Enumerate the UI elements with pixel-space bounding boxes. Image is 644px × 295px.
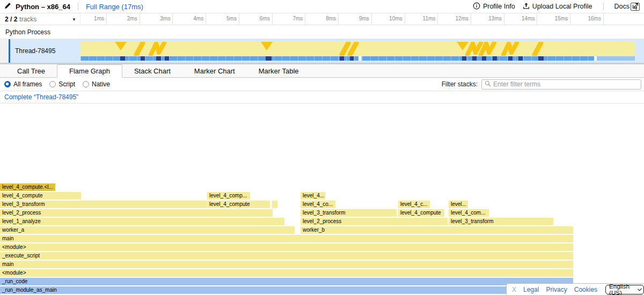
footer-legal-link[interactable]: Legal — [523, 286, 539, 293]
flame-block-level_3_transform[interactable]: level_3_transform — [301, 209, 397, 217]
footer-privacy-link[interactable]: Privacy — [546, 286, 567, 293]
filter-row: All framesScriptNative Filter stacks: — [0, 78, 644, 91]
thread-track-row[interactable]: Thread-78495 — [0, 39, 644, 63]
sample-dense-segment — [266, 56, 272, 61]
flame-block-level_2_process[interactable]: level_2_process — [0, 209, 273, 217]
radio-label: Script — [58, 80, 75, 88]
sample-dense-segment — [538, 56, 544, 61]
language-select[interactable]: English (US) — [605, 285, 644, 294]
header-left: Python – x86_64 Full Range (17ms) — [0, 2, 143, 11]
flame-block-level[interactable]: level... — [449, 201, 468, 208]
radio-icon — [83, 81, 89, 87]
sample-dense-segment — [120, 56, 125, 61]
ruler-tick-label: 15ms — [555, 16, 568, 21]
ruler-tick-label: 7ms — [292, 16, 303, 21]
upload-label: Upload Local Profile — [532, 3, 592, 10]
process-track-row[interactable]: Python Process — [0, 25, 644, 39]
flame-row: _execute_script — [0, 252, 644, 260]
flame-block-level_4_co[interactable]: level_4_co... — [301, 201, 335, 208]
tab-flame-graph[interactable]: Flame Graph — [57, 64, 122, 78]
flame-block-level_3_transform[interactable]: level_3_transform — [449, 218, 553, 225]
tracks-dropdown-caret[interactable]: ▼ — [72, 17, 76, 22]
flame-block-main[interactable]: main — [0, 261, 573, 268]
tab-stack-chart[interactable]: Stack Chart — [122, 64, 182, 77]
sample-dense-segment — [508, 56, 513, 61]
flame-block-main[interactable]: main — [0, 235, 573, 242]
flame-block-level_4_comp[interactable]: level_4_comp... — [207, 192, 250, 200]
profile-info-button[interactable]: Profile Info — [473, 2, 515, 11]
flame-block-level_4_com[interactable]: level_4_com... — [449, 209, 489, 217]
radio-label: Native — [92, 80, 110, 88]
ruler-tick-label: 2ms — [127, 16, 137, 21]
flame-block-_run_module_as_main[interactable]: _run_module_as_main — [0, 286, 573, 294]
flame-block-level_4[interactable]: level_4... — [301, 192, 325, 200]
panel-tabbar: Call TreeFlame GraphStack ChartMarker Ch… — [0, 64, 644, 78]
upload-profile-button[interactable]: Upload Local Profile — [523, 2, 592, 11]
tab-marker-chart[interactable]: Marker Chart — [182, 64, 247, 77]
sample-dense-segment — [141, 56, 145, 61]
flame-block-worker_a[interactable]: worker_a — [0, 226, 295, 234]
full-range-button[interactable]: Full Range (17ms) — [86, 3, 143, 11]
upload-icon — [523, 2, 530, 11]
flame-block[interactable] — [272, 201, 277, 208]
breadcrumb-complete-thread[interactable]: Complete “Thread-78495” — [4, 93, 78, 101]
tab-call-tree[interactable]: Call Tree — [5, 64, 57, 77]
thread-track-label: Thread-78495 — [15, 39, 55, 63]
ruler-tick-label: 5ms — [226, 16, 237, 21]
frame-filter-radios: All framesScriptNative — [0, 80, 110, 88]
top-header: Python – x86_64 Full Range (17ms) Profil… — [0, 0, 644, 13]
profile-info-label: Profile Info — [483, 3, 515, 10]
flame-block-_execute_script[interactable]: _execute_script — [0, 252, 573, 260]
flame-block-module[interactable]: <module> — [0, 244, 573, 251]
flame-row: main — [0, 261, 644, 268]
radio-script[interactable]: Script — [49, 80, 75, 88]
filter-search-box[interactable] — [481, 79, 641, 90]
flame-block-level_4_c[interactable]: level_4_c... — [398, 201, 430, 208]
edit-pencil-icon[interactable] — [4, 2, 11, 11]
flame-row: main — [0, 235, 644, 242]
flame-block-level_3_transform[interactable]: level_3_transform — [0, 201, 207, 208]
flame-block-level_4_compute[interactable]: level_4_compute — [207, 201, 270, 208]
ruler-tick-label: 14ms — [522, 16, 535, 21]
footer-cookies-link[interactable]: Cookies — [574, 286, 597, 293]
radio-native[interactable]: Native — [83, 80, 110, 88]
ruler-tick-label: 13ms — [488, 16, 501, 21]
ruler-tick-label: 8ms — [326, 16, 336, 21]
flame-row: <module> — [0, 244, 644, 251]
flame-block-_run_code[interactable]: _run_code — [0, 278, 573, 285]
flame-row: <module> — [0, 269, 644, 277]
flame-row: worker_aworker_b — [0, 226, 644, 234]
sidebar-toggle-icon[interactable] — [631, 3, 640, 11]
flame-block-level_4_compute[interactable]: level_4_compute — [0, 192, 81, 200]
tracks-count-word: tracks — [19, 16, 36, 23]
divider — [603, 3, 604, 10]
flame-block-level_4_compute[interactable]: level_4_compute — [398, 209, 444, 217]
process-track-label: Python Process — [5, 28, 50, 36]
tab-marker-table[interactable]: Marker Table — [247, 64, 311, 77]
flame-row: level_1_analyzelevel_2_processlevel_3_tr… — [0, 218, 644, 225]
flame-graph-canvas[interactable]: level_4_compute.<l...level_4_computeleve… — [0, 104, 644, 295]
thread-samples-strip[interactable] — [80, 56, 635, 61]
radio-icon — [49, 81, 56, 87]
thread-activity-graph[interactable] — [80, 42, 635, 56]
flame-block-level_4_computel[interactable]: level_4_compute.<l... — [0, 183, 55, 191]
filter-search-input[interactable] — [493, 80, 638, 88]
footer-close-button[interactable]: X — [512, 286, 516, 293]
ruler-tick-label: 16ms — [588, 16, 601, 21]
flame-block-level_1_analyze[interactable]: level_1_analyze — [0, 218, 284, 225]
flame-block-worker_b[interactable]: worker_b — [301, 226, 573, 234]
activity-spikes — [80, 42, 635, 56]
sample-dense-segment — [156, 56, 161, 61]
radio-all-frames[interactable]: All frames — [4, 80, 42, 88]
ruler-tick-label: 11ms — [423, 16, 436, 21]
profiler-app: Python – x86_64 Full Range (17ms) Profil… — [0, 0, 644, 295]
ruler-tick-label: 6ms — [260, 16, 270, 21]
info-icon — [473, 2, 480, 11]
thread-selected-accent — [9, 39, 10, 63]
flame-block-level_2_process[interactable]: level_2_process — [301, 218, 448, 225]
flame-block-module[interactable]: <module> — [0, 269, 573, 277]
timeline-ruler: 1ms2ms3ms4ms5ms6ms7ms8ms9ms10ms11ms12ms1… — [0, 13, 644, 25]
timeline-ruler-row: 1ms2ms3ms4ms5ms6ms7ms8ms9ms10ms11ms12ms1… — [0, 13, 644, 25]
breadcrumb-row: Complete “Thread-78495” — [0, 91, 644, 104]
ruler-tick-label: 10ms — [389, 16, 402, 21]
